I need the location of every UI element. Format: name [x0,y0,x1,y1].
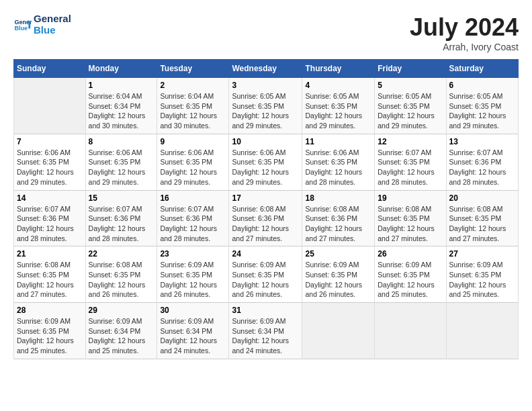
svg-text:Blue: Blue [14,25,28,32]
calendar-cell: 17Sunrise: 6:08 AMSunset: 6:36 PMDayligh… [229,190,302,246]
calendar-cell: 10Sunrise: 6:06 AMSunset: 6:35 PMDayligh… [229,134,302,190]
calendar-cell: 19Sunrise: 6:08 AMSunset: 6:35 PMDayligh… [375,190,446,246]
day-number: 8 [89,137,154,146]
calendar-cell: 9Sunrise: 6:06 AMSunset: 6:35 PMDaylight… [157,134,229,190]
calendar-cell: 21Sunrise: 6:08 AMSunset: 6:35 PMDayligh… [14,246,86,303]
day-info: Sunrise: 6:08 AMSunset: 6:35 PMDaylight:… [378,204,443,244]
calendar-cell: 29Sunrise: 6:09 AMSunset: 6:34 PMDayligh… [85,303,157,359]
day-info: Sunrise: 6:05 AMSunset: 6:35 PMDaylight:… [449,91,515,131]
calendar-cell: 28Sunrise: 6:09 AMSunset: 6:35 PMDayligh… [14,303,86,359]
day-info: Sunrise: 6:09 AMSunset: 6:35 PMDaylight:… [305,260,371,300]
week-row-3: 14Sunrise: 6:07 AMSunset: 6:36 PMDayligh… [14,190,519,246]
day-info: Sunrise: 6:05 AMSunset: 6:35 PMDaylight:… [378,91,443,131]
header-tuesday: Tuesday [157,60,229,78]
day-info: Sunrise: 6:08 AMSunset: 6:35 PMDaylight:… [89,260,154,300]
header-thursday: Thursday [302,60,375,78]
calendar-cell [375,303,446,359]
calendar-cell [446,303,518,359]
calendar-cell: 20Sunrise: 6:08 AMSunset: 6:35 PMDayligh… [446,190,518,246]
calendar-cell: 14Sunrise: 6:07 AMSunset: 6:36 PMDayligh… [14,190,86,246]
day-number: 5 [378,81,443,90]
day-number: 15 [89,193,154,203]
day-info: Sunrise: 6:09 AMSunset: 6:34 PMDaylight:… [89,316,154,356]
day-info: Sunrise: 6:07 AMSunset: 6:35 PMDaylight:… [378,148,443,187]
day-info: Sunrise: 6:09 AMSunset: 6:34 PMDaylight:… [160,316,226,356]
header-wednesday: Wednesday [229,60,302,78]
day-number: 25 [305,249,371,259]
calendar-cell: 26Sunrise: 6:09 AMSunset: 6:35 PMDayligh… [375,246,446,303]
calendar-cell: 11Sunrise: 6:06 AMSunset: 6:35 PMDayligh… [302,134,375,190]
logo: General Blue General Blue [13,13,71,36]
calendar-cell: 2Sunrise: 6:04 AMSunset: 6:35 PMDaylight… [157,78,229,134]
day-info: Sunrise: 6:06 AMSunset: 6:35 PMDaylight:… [17,148,83,187]
calendar-cell: 25Sunrise: 6:09 AMSunset: 6:35 PMDayligh… [302,246,375,303]
day-number: 7 [17,137,83,146]
calendar-cell: 16Sunrise: 6:07 AMSunset: 6:36 PMDayligh… [157,190,229,246]
calendar-cell: 24Sunrise: 6:09 AMSunset: 6:35 PMDayligh… [229,246,302,303]
day-number: 1 [89,81,154,90]
calendar-cell: 4Sunrise: 6:05 AMSunset: 6:35 PMDaylight… [302,78,375,134]
day-number: 13 [449,137,515,146]
day-info: Sunrise: 6:09 AMSunset: 6:35 PMDaylight:… [160,260,226,300]
day-info: Sunrise: 6:06 AMSunset: 6:35 PMDaylight:… [89,148,154,187]
logo-blue: Blue [34,25,71,36]
header-saturday: Saturday [446,60,518,78]
day-info: Sunrise: 6:05 AMSunset: 6:35 PMDaylight:… [305,91,371,131]
week-row-5: 28Sunrise: 6:09 AMSunset: 6:35 PMDayligh… [14,303,519,359]
calendar-cell: 7Sunrise: 6:06 AMSunset: 6:35 PMDaylight… [14,134,86,190]
day-info: Sunrise: 6:08 AMSunset: 6:35 PMDaylight:… [449,204,515,244]
day-number: 20 [449,193,515,203]
calendar-cell: 1Sunrise: 6:04 AMSunset: 6:34 PMDaylight… [85,78,157,134]
calendar-cell: 3Sunrise: 6:05 AMSunset: 6:35 PMDaylight… [229,78,302,134]
calendar-cell [302,303,375,359]
day-number: 21 [17,249,83,259]
day-info: Sunrise: 6:08 AMSunset: 6:35 PMDaylight:… [17,260,83,300]
header-friday: Friday [375,60,446,78]
day-info: Sunrise: 6:07 AMSunset: 6:36 PMDaylight:… [449,148,515,187]
day-number: 23 [160,249,226,259]
day-number: 19 [378,193,443,203]
calendar-cell: 6Sunrise: 6:05 AMSunset: 6:35 PMDaylight… [446,78,518,134]
calendar-cell: 23Sunrise: 6:09 AMSunset: 6:35 PMDayligh… [157,246,229,303]
header-sunday: Sunday [14,60,86,78]
day-info: Sunrise: 6:06 AMSunset: 6:35 PMDaylight:… [232,148,299,187]
location: Arrah, Ivory Coast [410,42,519,52]
day-number: 3 [232,81,299,90]
day-number: 16 [160,193,226,203]
calendar-cell: 31Sunrise: 6:09 AMSunset: 6:34 PMDayligh… [229,303,302,359]
day-info: Sunrise: 6:09 AMSunset: 6:35 PMDaylight:… [232,260,299,300]
day-info: Sunrise: 6:09 AMSunset: 6:35 PMDaylight:… [449,260,515,300]
page-header: General Blue General Blue July 2024 Arra… [13,13,519,52]
day-number: 11 [305,137,371,146]
day-info: Sunrise: 6:07 AMSunset: 6:36 PMDaylight:… [17,204,83,244]
day-number: 4 [305,81,371,90]
day-number: 30 [160,306,226,315]
calendar-cell: 27Sunrise: 6:09 AMSunset: 6:35 PMDayligh… [446,246,518,303]
calendar-cell: 22Sunrise: 6:08 AMSunset: 6:35 PMDayligh… [85,246,157,303]
day-info: Sunrise: 6:09 AMSunset: 6:35 PMDaylight:… [17,316,83,356]
calendar-cell: 5Sunrise: 6:05 AMSunset: 6:35 PMDaylight… [375,78,446,134]
day-number: 12 [378,137,443,146]
day-info: Sunrise: 6:09 AMSunset: 6:35 PMDaylight:… [378,260,443,300]
day-info: Sunrise: 6:04 AMSunset: 6:34 PMDaylight:… [89,91,154,131]
day-number: 24 [232,249,299,259]
calendar-cell [14,78,86,134]
week-row-1: 1Sunrise: 6:04 AMSunset: 6:34 PMDaylight… [14,78,519,134]
day-info: Sunrise: 6:06 AMSunset: 6:35 PMDaylight:… [160,148,226,187]
day-number: 29 [89,306,154,315]
week-row-2: 7Sunrise: 6:06 AMSunset: 6:35 PMDaylight… [14,134,519,190]
day-number: 31 [232,306,299,315]
calendar-cell: 18Sunrise: 6:08 AMSunset: 6:36 PMDayligh… [302,190,375,246]
day-number: 14 [17,193,83,203]
calendar-table: SundayMondayTuesdayWednesdayThursdayFrid… [13,59,519,359]
day-number: 9 [160,137,226,146]
day-number: 27 [449,249,515,259]
day-info: Sunrise: 6:08 AMSunset: 6:36 PMDaylight:… [305,204,371,244]
calendar-cell: 13Sunrise: 6:07 AMSunset: 6:36 PMDayligh… [446,134,518,190]
logo-icon: General Blue [13,15,32,34]
title-block: July 2024 Arrah, Ivory Coast [410,13,519,52]
day-info: Sunrise: 6:07 AMSunset: 6:36 PMDaylight:… [160,204,226,244]
calendar-cell: 15Sunrise: 6:07 AMSunset: 6:36 PMDayligh… [85,190,157,246]
day-number: 28 [17,306,83,315]
day-number: 26 [378,249,443,259]
